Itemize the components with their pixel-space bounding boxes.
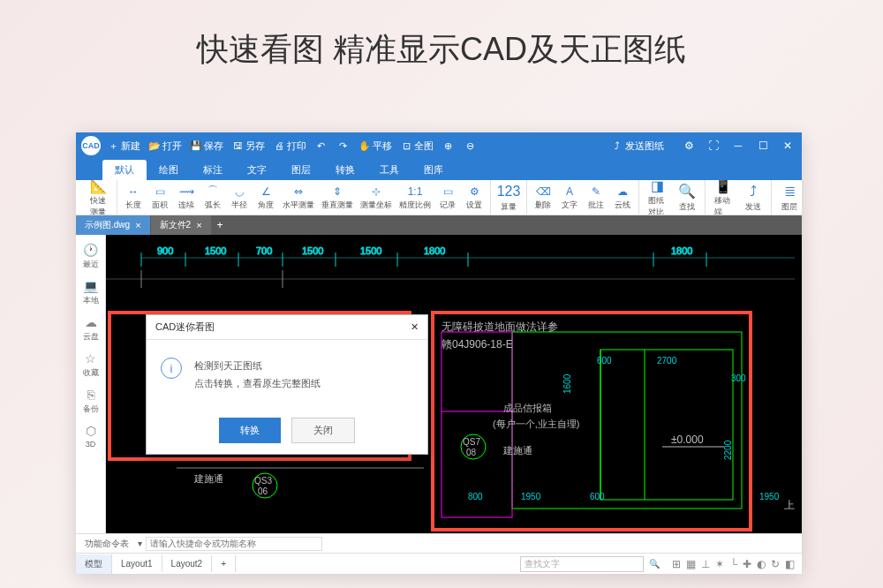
undo-button[interactable]: ↶	[315, 140, 328, 151]
layer-button[interactable]: ≣图层	[775, 181, 802, 215]
compare-button[interactable]: ◨图纸对比	[643, 180, 671, 215]
convert-button[interactable]: 转换	[219, 418, 281, 443]
zoom-extents-button[interactable]: ⊡全图	[401, 139, 434, 153]
osnap-icon[interactable]: └	[729, 558, 737, 570]
mobile-icon: 📱	[714, 180, 732, 194]
area-icon: ▭	[153, 185, 167, 199]
lwt-icon[interactable]: ◐	[757, 558, 766, 570]
file-tab-1[interactable]: 示例图.dwg×	[76, 215, 150, 235]
add-tab-button[interactable]: +	[212, 219, 229, 231]
regen-icon[interactable]: ↻	[771, 558, 780, 570]
hmeasure-button[interactable]: ⇔水平测量	[280, 183, 317, 213]
cloud-button[interactable]: ☁云线	[610, 183, 635, 213]
tab-draw[interactable]: 绘图	[147, 160, 191, 180]
zoom-out-button[interactable]: ⊖	[464, 140, 478, 151]
close-button[interactable]: 关闭	[291, 418, 355, 443]
area-button[interactable]: ▭面积	[147, 183, 172, 213]
sidebar-recent[interactable]: 🕐最近	[79, 240, 103, 273]
search-go-icon[interactable]: 🔍	[644, 559, 665, 569]
hand-icon: ✋	[359, 140, 370, 151]
info-icon: i	[161, 358, 182, 379]
svg-text:300: 300	[731, 373, 746, 383]
command-input[interactable]	[146, 537, 322, 551]
extents-icon: ⊡	[401, 140, 411, 151]
layout-tab-add[interactable]: +	[212, 555, 236, 572]
tab-library[interactable]: 图库	[411, 160, 456, 180]
save-button[interactable]: 💾保存	[191, 139, 223, 153]
print-button[interactable]: 🖨打印	[274, 139, 306, 153]
radius-button[interactable]: ◡半径	[227, 183, 252, 213]
dialog-titlebar: CAD迷你看图 ✕	[147, 315, 427, 340]
maximize-button[interactable]: ☐	[754, 137, 772, 155]
sidebar-3d[interactable]: ⬡3D	[79, 421, 103, 451]
bg-icon[interactable]: ◧	[785, 558, 795, 570]
send-drawing-button[interactable]: ⤴发送图纸	[612, 139, 664, 153]
vmeasure-button[interactable]: ⇕垂直测量	[319, 183, 356, 213]
saveas-button[interactable]: 🖫另存	[232, 139, 265, 153]
close-window-button[interactable]: ✕	[779, 137, 796, 155]
computer-icon: 💻	[83, 279, 98, 293]
settings-icon[interactable]: ⚙	[680, 137, 698, 155]
arclen-button[interactable]: ⌒弧长	[200, 183, 225, 213]
drawing-canvas[interactable]: 900 1500 700 1500 1500 1800 1800	[106, 235, 802, 533]
dialog-message: 检测到天正图纸 点击转换，查看原生完整图纸	[194, 358, 321, 393]
otrack-icon[interactable]: ✚	[743, 558, 751, 570]
zoom-in-button[interactable]: ⊕	[442, 140, 456, 151]
svg-text:建施通: 建施通	[502, 445, 532, 456]
command-toggle-icon[interactable]: ▾	[134, 539, 146, 548]
tab-default[interactable]: 默认	[102, 160, 147, 180]
snap-icon[interactable]: ⊞	[672, 558, 681, 570]
svg-text:600: 600	[597, 356, 612, 366]
tab-convert[interactable]: 转换	[323, 160, 367, 180]
layout-tab-2[interactable]: Layout2	[162, 555, 213, 572]
layer-icon: ≣	[781, 183, 798, 200]
layout-tab-model[interactable]: 模型	[76, 554, 112, 574]
record-button[interactable]: ▭记录	[435, 183, 460, 213]
mobile-button[interactable]: 📱移动端	[709, 180, 737, 215]
tab-text[interactable]: 文字	[235, 160, 279, 180]
pan-button[interactable]: ✋平移	[359, 139, 392, 153]
annotate-button[interactable]: ✎批注	[584, 183, 608, 213]
delete-button[interactable]: ⌫删除	[531, 183, 555, 213]
sidebar-favorites[interactable]: ☆收藏	[79, 349, 103, 381]
layout-tab-1[interactable]: Layout1	[112, 555, 162, 572]
minimize-button[interactable]: ─	[729, 137, 747, 155]
dialog-close-button[interactable]: ✕	[411, 321, 419, 333]
tab-annotate[interactable]: 标注	[191, 160, 235, 180]
settings-button[interactable]: ⚙设置	[462, 183, 487, 213]
text-button[interactable]: A文字	[557, 183, 582, 213]
continuous-button[interactable]: ⟿连续	[174, 183, 199, 213]
length-button[interactable]: ↔长度	[121, 183, 146, 213]
redo-button[interactable]: ↷	[337, 140, 351, 151]
tab-tools[interactable]: 工具	[367, 160, 411, 180]
find-button[interactable]: 🔍查找	[673, 181, 701, 215]
svg-text:900: 900	[157, 245, 173, 256]
close-tab-icon[interactable]: ×	[196, 220, 201, 230]
ortho-icon[interactable]: ⊥	[701, 558, 710, 570]
sidebar-backup[interactable]: ⎘备份	[79, 385, 103, 418]
find-text-input[interactable]: 查找文字	[520, 556, 644, 572]
angle-button[interactable]: ∠角度	[253, 183, 278, 213]
fullscreen-icon[interactable]: ⛶	[705, 137, 722, 155]
grid-icon[interactable]: ▦	[686, 558, 696, 570]
polar-icon[interactable]: ✶	[715, 558, 724, 570]
workspace: 🕐最近 💻本地 ☁云盘 ☆收藏 ⎘备份 ⬡3D 900 1500 700 150…	[76, 235, 802, 533]
sidebar-local[interactable]: 💻本地	[79, 276, 103, 309]
send-button[interactable]: ⤴发送	[739, 181, 767, 215]
svg-text:06: 06	[258, 486, 268, 496]
open-button[interactable]: 📂打开	[149, 139, 182, 153]
page-heading: 快速看图 精准显示CAD及天正图纸	[0, 0, 883, 93]
coords-button[interactable]: ⊹测量坐标	[358, 183, 395, 213]
record-icon: ▭	[441, 185, 455, 199]
calc-button[interactable]: 123算量	[494, 181, 523, 215]
close-tab-icon[interactable]: ×	[135, 220, 140, 230]
new-button[interactable]: ＋新建	[108, 139, 140, 153]
zoomout-icon: ⊖	[464, 140, 475, 151]
svg-text:1950: 1950	[759, 492, 780, 501]
quick-measure-button[interactable]: 📐快速测量	[85, 180, 113, 215]
sidebar-cloud[interactable]: ☁云盘	[79, 313, 103, 345]
file-tab-2[interactable]: 新文件2×	[151, 215, 211, 235]
tab-layer[interactable]: 图层	[279, 160, 323, 180]
scale-button[interactable]: 1:1精度比例	[396, 183, 434, 213]
svg-text:成品信报箱: 成品信报箱	[503, 403, 552, 413]
